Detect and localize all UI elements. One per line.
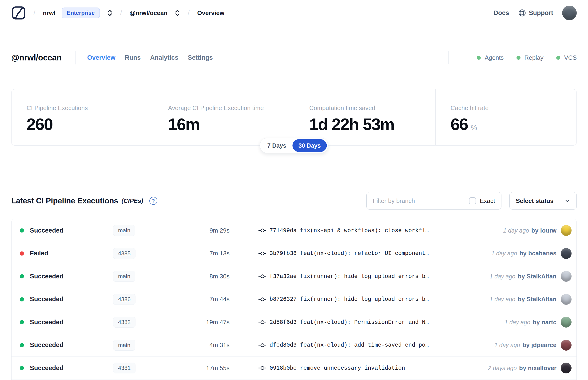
avatar xyxy=(561,340,571,351)
org-selector-icon[interactable] xyxy=(107,9,113,17)
stat-value: 16m xyxy=(168,115,294,134)
user-avatar[interactable] xyxy=(562,6,577,20)
branch-badge-cell: 4381 xyxy=(113,362,178,373)
status-dot-succeeded xyxy=(20,228,24,232)
author: by lourw xyxy=(531,227,556,234)
tab-analytics[interactable]: Analytics xyxy=(150,54,178,61)
indicator-label: Replay xyxy=(525,54,544,61)
indicator-replay[interactable]: Replay xyxy=(516,54,544,61)
stat-number: 16m xyxy=(168,115,200,134)
commit-icon xyxy=(258,273,267,279)
time-ago: 2 days ago xyxy=(488,365,517,372)
docs-link[interactable]: Docs xyxy=(493,9,509,17)
stat-label: CI Pipeline Executions xyxy=(27,104,153,112)
status-dot-failed xyxy=(20,251,24,256)
breadcrumb-separator: / xyxy=(119,9,123,17)
status-select-label: Select status xyxy=(516,197,553,205)
row-meta: 1 day ago by lourw xyxy=(503,225,571,236)
table-row[interactable]: Failed 4385 7m 13s 3b79fb38 feat(nx-clou… xyxy=(12,242,576,265)
breadcrumb-workspace[interactable]: @nrwl/ocean xyxy=(130,9,168,17)
stats-section: CI Pipeline Executions 260 Average CI Pi… xyxy=(11,89,577,146)
top-nav-right: Docs Support xyxy=(493,6,577,20)
time-ago: 1 day ago xyxy=(490,296,515,303)
branch-badge[interactable]: 4385 xyxy=(113,248,135,259)
author: by jdpearce xyxy=(522,342,556,349)
exact-match-control: Exact xyxy=(463,192,501,209)
commit-message[interactable]: f37a32ae fix(runner): hide log upload er… xyxy=(269,273,429,280)
status-label: Succeeded xyxy=(30,296,113,303)
exact-label: Exact xyxy=(480,197,495,205)
stat-label: Cache hit rate xyxy=(451,104,577,112)
branch-filter-input[interactable] xyxy=(367,192,463,209)
branch-badge[interactable]: main xyxy=(113,340,135,351)
green-status-dot xyxy=(516,56,520,60)
stat-label: Computation time saved xyxy=(309,104,435,112)
status-label: Succeeded xyxy=(30,273,113,280)
stat-value: 1d 22h 53m xyxy=(309,115,435,134)
nx-cloud-logo-icon[interactable] xyxy=(11,6,26,20)
tab-settings[interactable]: Settings xyxy=(188,54,213,61)
table-row[interactable]: Succeeded main 9m 29s 771499da fix(nx-ap… xyxy=(12,219,576,242)
indicator-label: Agents xyxy=(485,54,504,61)
row-meta: 2 days ago by nixallover xyxy=(488,362,571,373)
commit-message[interactable]: dfed80d3 feat(nx-cloud): add time-saved … xyxy=(269,342,429,348)
workspace-selector-icon[interactable] xyxy=(174,9,180,17)
branch-badge-cell: 4385 xyxy=(113,248,178,259)
commit-message[interactable]: 2d58f6d3 feat(nx-cloud): PermissionError… xyxy=(269,319,429,325)
table-row[interactable]: Succeeded 4386 7m 44s b8726327 fix(runne… xyxy=(12,288,576,311)
branch-badge-cell: main xyxy=(113,225,178,236)
branch-badge[interactable]: 4382 xyxy=(113,317,135,327)
range-option-7-days[interactable]: 7 Days xyxy=(261,139,292,152)
commit-message[interactable]: b8726327 fix(runner): hide log upload er… xyxy=(269,296,429,303)
table-row[interactable]: Succeeded 4382 19m 47s 2d58f6d3 feat(nx-… xyxy=(12,311,576,334)
breadcrumb-org[interactable]: nrwl xyxy=(43,9,55,17)
avatar xyxy=(561,362,571,373)
green-status-dot xyxy=(477,56,481,60)
exact-checkbox[interactable] xyxy=(469,197,476,204)
green-status-dot xyxy=(556,56,560,60)
header-divider xyxy=(75,51,76,64)
docs-label: Docs xyxy=(493,9,509,17)
tab-overview[interactable]: Overview xyxy=(87,54,115,61)
cipe-section-title: Latest CI Pipeline Executions xyxy=(11,196,118,205)
table-row[interactable]: Succeeded main 4m 31s dfed80d3 feat(nx-c… xyxy=(12,334,576,357)
table-row[interactable]: Succeeded main 8m 30s f37a32ae fix(runne… xyxy=(12,265,576,288)
row-meta: 1 day ago by nartc xyxy=(505,317,571,327)
lifebuoy-icon xyxy=(518,9,526,17)
help-icon[interactable]: ? xyxy=(149,197,157,205)
status-select-dropdown[interactable]: Select status xyxy=(510,192,577,209)
enterprise-badge: Enterprise xyxy=(62,7,100,18)
cipe-section-subtitle: (CIPEs) xyxy=(122,197,143,205)
branch-badge[interactable]: main xyxy=(113,271,135,282)
branch-badge[interactable]: 4386 xyxy=(113,294,135,305)
stat-number: 66 xyxy=(451,115,468,134)
commit-icon xyxy=(258,365,267,371)
status-label: Succeeded xyxy=(30,319,113,326)
row-meta: 1 day ago by bcabanes xyxy=(491,248,571,259)
stat-label: Average CI Pipeline Execution time xyxy=(168,104,294,112)
author: by StalkAltan xyxy=(518,273,556,280)
row-meta: 1 day ago by jdpearce xyxy=(494,340,571,351)
commit-message[interactable]: 3b79fb38 feat(nx-cloud): refactor UI com… xyxy=(269,250,429,257)
branch-badge[interactable]: 4381 xyxy=(113,362,135,373)
indicator-agents[interactable]: Agents xyxy=(477,54,504,61)
stats-cards-container: CI Pipeline Executions 260 Average CI Pi… xyxy=(11,89,577,146)
branch-badge-cell: 4382 xyxy=(113,317,178,327)
range-option-30-days[interactable]: 30 Days xyxy=(292,139,327,152)
commit-icon xyxy=(258,342,267,348)
avatar xyxy=(561,225,571,236)
support-label: Support xyxy=(529,9,553,17)
author: by StalkAltan xyxy=(518,296,556,303)
table-row[interactable]: Succeeded 4381 17m 55s 0918b0be remove u… xyxy=(12,357,576,380)
support-link[interactable]: Support xyxy=(518,9,553,17)
workspace-header: @nrwl/ocean Overview Runs Analytics Sett… xyxy=(11,43,577,72)
duration: 17m 55s xyxy=(178,364,229,372)
indicator-vcs[interactable]: VCS xyxy=(556,54,577,61)
branch-badge[interactable]: main xyxy=(113,225,135,236)
stat-suffix: % xyxy=(471,124,477,132)
avatar xyxy=(561,294,571,305)
branch-badge-cell: main xyxy=(113,271,178,282)
tab-runs[interactable]: Runs xyxy=(125,54,141,61)
commit-message[interactable]: 771499da fix(nx-api & workflows): close … xyxy=(269,228,429,234)
commit-message[interactable]: 0918b0be remove unnecessary invalidation xyxy=(269,365,405,371)
